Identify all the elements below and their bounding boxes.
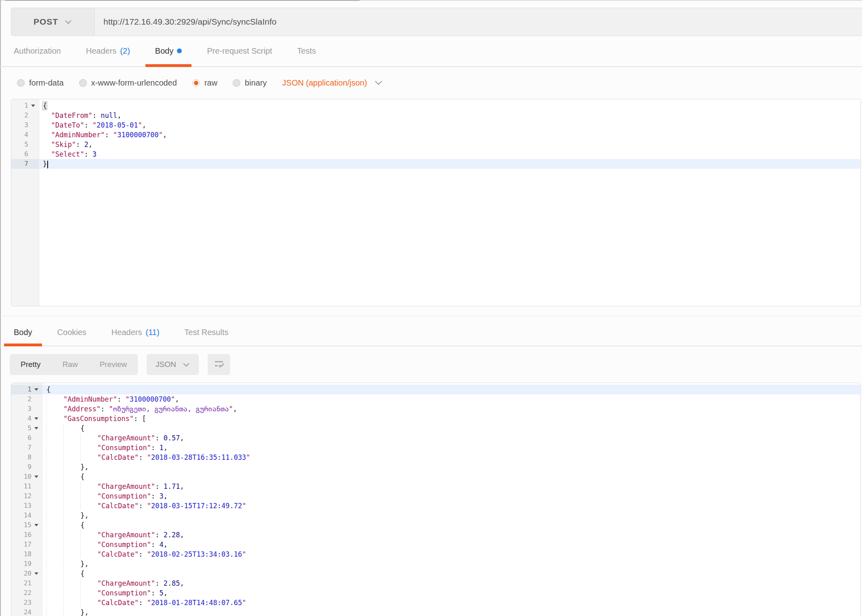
code-text: "CalcDate": "2018-02-25T13:34:03.16"	[42, 549, 860, 559]
body-mode-x-www-form-urlencoded[interactable]: x-www-form-urlencoded	[79, 78, 177, 88]
code-line[interactable]: 6 "Select": 3	[11, 149, 860, 159]
code-text: "GasConsumptions": [	[42, 414, 860, 423]
line-number-gutter: 20	[11, 569, 42, 578]
content-type-dropdown[interactable]: JSON (application/json)	[282, 78, 383, 88]
view-button-pretty[interactable]: Pretty	[10, 354, 52, 375]
code-line[interactable]: 1{	[11, 385, 860, 394]
code-line[interactable]: 11 "ChargeAmount": 1.71,	[11, 482, 860, 491]
code-line[interactable]: 13 "CalcDate": "2018-03-15T17:12:49.72"	[11, 501, 860, 511]
code-line[interactable]: 15 {	[11, 520, 860, 530]
code-text: {	[42, 520, 860, 530]
fold-arrow-icon[interactable]	[34, 476, 38, 478]
fold-arrow-icon[interactable]	[34, 524, 38, 526]
tab-request-authorization[interactable]: Authorization	[4, 36, 71, 66]
line-number-gutter: 15	[11, 520, 42, 530]
body-mode-binary[interactable]: binary	[233, 78, 267, 88]
code-line[interactable]: 3 "Address": "ოზურგეთი, გურიანთა, გურიან…	[11, 404, 860, 414]
tab-response-test-results[interactable]: Test Results	[175, 319, 238, 346]
code-line[interactable]: 8 "CalcDate": "2018-03-28T16:35:11.033"	[11, 453, 860, 462]
code-line[interactable]: 4 "GasConsumptions": [	[11, 414, 860, 423]
code-text: "ChargeAmount": 1.71,	[42, 482, 860, 491]
code-line[interactable]: 5 "Skip": 2,	[11, 140, 860, 149]
line-number-gutter: 8	[11, 453, 42, 462]
line-number-gutter: 9	[11, 462, 42, 472]
body-mode-form-data[interactable]: form-data	[17, 78, 64, 88]
code-line[interactable]: 1{	[11, 101, 860, 111]
code-line[interactable]: 2 "AdminNumber": "3100000700",	[11, 394, 860, 404]
tab-request-tests[interactable]: Tests	[288, 36, 326, 66]
code-text: "CalcDate": "2018-03-15T17:12:49.72"	[42, 501, 860, 511]
line-number-gutter: 6	[11, 433, 42, 443]
code-line[interactable]: 9 },	[11, 462, 860, 472]
code-line[interactable]: 3 "DateTo": "2018-05-01",	[11, 120, 860, 130]
code-text: "Consumption": 5,	[42, 588, 860, 598]
tab-response-headers[interactable]: Headers(11)	[102, 319, 169, 346]
code-line[interactable]: 23 "CalcDate": "2018-01-28T14:48:07.65"	[11, 598, 860, 608]
fold-arrow-icon[interactable]	[34, 572, 38, 575]
code-text: },	[42, 608, 860, 616]
radio-icon	[17, 79, 25, 87]
code-line[interactable]: 21 "ChargeAmount": 2.85,	[11, 578, 860, 588]
code-line[interactable]: 19 },	[11, 559, 860, 569]
line-number-gutter: 4	[11, 130, 39, 140]
code-line[interactable]: 14 },	[11, 511, 860, 520]
tabbar-bottom-edge	[5, 0, 360, 1]
line-number-gutter: 18	[11, 549, 42, 559]
code-text: },	[42, 511, 860, 520]
code-text: {	[39, 101, 860, 111]
response-format-dropdown[interactable]: JSON	[147, 354, 199, 375]
code-line[interactable]: 24 },	[11, 608, 860, 616]
code-line[interactable]: 18 "CalcDate": "2018-02-25T13:34:03.16"	[11, 549, 860, 559]
code-line[interactable]: 17 "Consumption": 4,	[11, 540, 860, 549]
line-number-gutter: 10	[11, 472, 42, 482]
response-view-switch: PrettyRawPreview	[10, 354, 138, 375]
fold-arrow-icon[interactable]	[34, 427, 38, 430]
code-line[interactable]: 16 "ChargeAmount": 2.28,	[11, 530, 860, 540]
line-number-gutter: 16	[11, 530, 42, 540]
radio-icon	[79, 79, 87, 87]
url-input[interactable]	[95, 8, 862, 36]
code-line[interactable]: 10 {	[11, 472, 860, 482]
fold-arrow-icon[interactable]	[34, 417, 38, 420]
view-button-preview[interactable]: Preview	[89, 354, 138, 375]
fold-arrow-icon[interactable]	[34, 388, 38, 391]
line-number-gutter: 5	[11, 423, 42, 433]
line-number-gutter: 24	[11, 608, 42, 616]
tab-response-body[interactable]: Body	[4, 319, 42, 346]
code-line[interactable]: 4 "AdminNumber": "3100000700",	[11, 130, 860, 140]
code-text: "AdminNumber": "3100000700",	[42, 394, 860, 404]
code-line[interactable]: 22 "Consumption": 5,	[11, 588, 860, 598]
request-body-editor[interactable]: 1{2 "DateFrom": null,3 "DateTo": "2018-0…	[11, 99, 861, 306]
code-text: },	[42, 559, 860, 569]
postman-window: POST AuthorizationHeaders(2)BodyPre-requ…	[0, 0, 862, 616]
view-button-raw[interactable]: Raw	[52, 354, 89, 375]
tab-label: Cookies	[57, 328, 86, 337]
tab-request-pre-request-script[interactable]: Pre-request Script	[197, 36, 282, 66]
line-number-gutter: 22	[11, 588, 42, 598]
code-text: "ChargeAmount": 2.85,	[42, 578, 860, 588]
tab-label: Pre-request Script	[207, 46, 272, 56]
tab-request-body[interactable]: Body	[145, 36, 192, 66]
unsaved-dot-icon	[177, 48, 182, 53]
response-body-editor[interactable]: 1{2 "AdminNumber": "3100000700",3 "Addre…	[11, 383, 861, 616]
wrap-text-button[interactable]	[208, 354, 230, 375]
line-number-gutter: 4	[11, 414, 42, 423]
response-format-label: JSON	[156, 360, 176, 369]
tab-request-headers[interactable]: Headers(2)	[76, 36, 140, 66]
code-line[interactable]: 7}	[11, 159, 860, 169]
chevron-down-icon	[183, 362, 190, 367]
line-number-gutter: 19	[11, 559, 42, 569]
code-line[interactable]: 2 "DateFrom": null,	[11, 111, 860, 120]
line-number-gutter: 5	[11, 140, 39, 149]
code-line[interactable]: 6 "ChargeAmount": 0.57,	[11, 433, 860, 443]
code-line[interactable]: 7 "Consumption": 1,	[11, 443, 860, 453]
tab-label: Body	[155, 46, 174, 56]
body-mode-raw[interactable]: raw	[192, 78, 217, 88]
code-line[interactable]: 5 {	[11, 423, 860, 433]
fold-arrow-icon[interactable]	[31, 105, 35, 107]
tab-response-cookies[interactable]: Cookies	[48, 319, 96, 346]
code-line[interactable]: 20 {	[11, 569, 860, 578]
method-dropdown[interactable]: POST	[11, 8, 95, 36]
radio-label: form-data	[29, 78, 64, 88]
code-line[interactable]: 12 "Consumption": 3,	[11, 491, 860, 501]
